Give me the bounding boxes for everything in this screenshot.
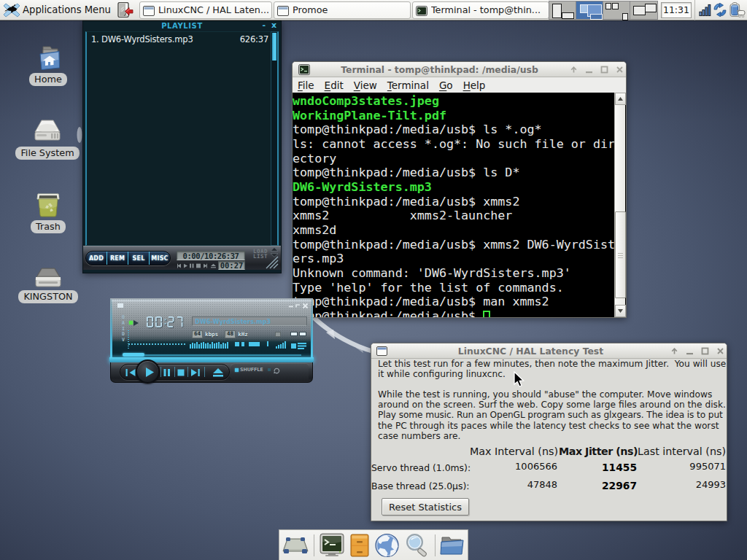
- player-shuffle-label[interactable]: SHUFFLE: [240, 367, 263, 373]
- workspace-2-active[interactable]: [576, 1, 603, 19]
- latency-shade-button[interactable]: [670, 347, 678, 355]
- latency-close-button[interactable]: [716, 347, 724, 355]
- terminal-line: tomp@thinkpad:/media/usb$ ls *.og*: [293, 122, 618, 137]
- playlist-list[interactable]: 1. DW6-WyrdSisters.mp3626:37: [85, 31, 271, 246]
- terminal-minimize-button[interactable]: [585, 66, 593, 74]
- player-clutterbar[interactable]: OAIDV: [122, 315, 125, 343]
- show-desktop-icon: [282, 537, 309, 554]
- playlist-button-misc[interactable]: MISC: [150, 252, 170, 265]
- latency-row-label: Base thread (25.0µs):: [371, 481, 469, 491]
- terminal-window-icon: [298, 64, 310, 75]
- playlist-resize-grip[interactable]: [265, 256, 279, 269]
- desktop-icon-trash[interactable]: Trash: [15, 190, 81, 233]
- playlist-button-sel[interactable]: SEL: [128, 252, 150, 265]
- playlist-window-buttons[interactable]: - x: [263, 21, 279, 30]
- player-play-button[interactable]: [136, 359, 160, 384]
- dock-web-browser-button[interactable]: [372, 530, 402, 560]
- workspace-3[interactable]: [603, 1, 630, 19]
- dock-search-button[interactable]: [402, 530, 433, 560]
- playlist-button-add[interactable]: ADD: [86, 252, 107, 265]
- playlist-button-rem[interactable]: REM: [107, 252, 128, 265]
- latency-titlebar[interactable]: LinuxCNC / HAL Latency Test: [371, 343, 727, 359]
- terminal-menubar: FileEditViewTerminalGoHelp: [293, 77, 626, 93]
- player-stop-button[interactable]: [176, 368, 186, 377]
- desktop-icon-filesystem[interactable]: File System: [15, 119, 80, 160]
- terminal-shade-button[interactable]: [570, 66, 578, 74]
- playlist-transport-icons[interactable]: [177, 262, 217, 270]
- player-pause-button[interactable]: [162, 368, 172, 377]
- workspace-window-thumb: [612, 3, 619, 9]
- dock-panel: [279, 529, 468, 560]
- sync-arrows-icon[interactable]: [713, 3, 727, 17]
- terminal-menu-help[interactable]: Help: [458, 79, 491, 91]
- terminal-line: ls: cannot access *.og*: No such file or…: [293, 137, 618, 152]
- player-progress-fill[interactable]: [123, 353, 144, 357]
- terminal-window: Terminal - tomp@thinkpad: /media/usb Fil…: [292, 61, 627, 318]
- latency-para2-line: case numbers are.: [378, 431, 460, 441]
- workspace-1[interactable]: [549, 1, 576, 19]
- desktop-icon-kingston[interactable]: KINGSTON: [15, 267, 81, 303]
- applications-menu-button[interactable]: Applications Menu: [0, 0, 115, 20]
- reset-statistics-button[interactable]: Reset Statistics: [382, 498, 469, 516]
- terminal-menu-edit[interactable]: Edit: [320, 79, 349, 91]
- dock-separator: [314, 534, 314, 556]
- battery-plug-icon[interactable]: [729, 2, 746, 18]
- taskbar-button-1[interactable]: LinuxCNC / HAL Laten...: [139, 1, 272, 19]
- taskbar-button-3[interactable]: Terminal - tomp@thin...: [412, 1, 549, 19]
- latency-maximize-button[interactable]: [701, 347, 709, 355]
- player-shuffle-led: [235, 368, 239, 372]
- dock-terminal-button[interactable]: [317, 530, 347, 560]
- clock-widget[interactable]: 11:31: [661, 2, 692, 18]
- mouse-cursor: [513, 371, 527, 389]
- player-mono-indicator: [275, 332, 281, 337]
- terminal-scrollbar-thumb[interactable]: [615, 211, 626, 298]
- player-window-buttons[interactable]: [289, 303, 309, 309]
- terminal-maximize-button[interactable]: [600, 66, 608, 74]
- terminal-menu-file[interactable]: File: [293, 79, 320, 91]
- player-volume-slider[interactable]: [128, 330, 129, 350]
- dock-file-manager-button[interactable]: [347, 530, 372, 560]
- logout-button[interactable]: [115, 2, 135, 18]
- player-visualization[interactable]: [190, 342, 229, 349]
- player-menu-button[interactable]: [117, 303, 123, 308]
- terminal-scrollbar[interactable]: [614, 93, 625, 317]
- terminal-scroll-up-button[interactable]: [615, 93, 626, 105]
- terminal-menu-go[interactable]: Go: [434, 79, 458, 91]
- latency-minimize-button[interactable]: [686, 347, 694, 355]
- playlist-scrollbar-thumb[interactable]: [272, 33, 276, 61]
- desktop-icon-home[interactable]: Home: [15, 44, 81, 86]
- workspace-window-thumb: [605, 3, 611, 9]
- player-balance-slider[interactable]: [128, 343, 185, 345]
- terminal-line: tomp@thinkpad:/media/usb$ ls D*: [293, 166, 618, 180]
- terminal-line: xmms2d: [293, 223, 618, 238]
- terminal-line: tomp@thinkpad:/media/usb$ man xmms2: [293, 295, 618, 309]
- workspace-pager[interactable]: [549, 1, 658, 20]
- player-progress-track[interactable]: [144, 354, 301, 356]
- latency-para1-line: it while configuring linuxcnc.: [378, 369, 506, 379]
- player-repeat-icon[interactable]: [273, 366, 280, 374]
- terminal-line: Unknown command: 'DW6-WyrdSisters.mp3': [293, 266, 618, 281]
- playlist-titlebar[interactable]: PLAYLIST - x: [83, 21, 281, 31]
- network-signal-icon[interactable]: [699, 4, 711, 17]
- terminal-line: xmms2 xmms2-launcher: [293, 209, 618, 223]
- player-next-button[interactable]: [190, 368, 204, 377]
- terminal-close-button[interactable]: [616, 66, 624, 74]
- workspace-4[interactable]: [630, 1, 657, 19]
- terminal-menu-terminal[interactable]: Terminal: [382, 79, 434, 91]
- taskbar-button-2[interactable]: Promoe: [274, 1, 411, 19]
- player-playlist-icon[interactable]: [291, 342, 307, 349]
- playlist-scrollbar[interactable]: [271, 31, 279, 246]
- terminal-text: wndoComp3states.jpegWorkingPlane-Tilt.pd…: [293, 93, 618, 317]
- terminal-scroll-down-button[interactable]: [615, 305, 626, 317]
- player-track-title-bar: DW6-WyrdSisters.mp3: [192, 316, 307, 326]
- workspace-window-thumb: [552, 4, 562, 18]
- dock-show-desktop-button[interactable]: [279, 530, 311, 560]
- terminal-menu-view[interactable]: View: [349, 79, 382, 91]
- playlist-item[interactable]: 1. DW6-WyrdSisters.mp3626:37: [87, 32, 271, 44]
- player-eject-button[interactable]: [212, 368, 225, 378]
- applications-menu-label: Applications Menu: [23, 4, 111, 15]
- player-samplerate-unit: kHz: [238, 331, 248, 338]
- terminal-titlebar[interactable]: Terminal - tomp@thinkpad: /media/usb: [293, 62, 626, 77]
- terminal-screen[interactable]: wndoComp3states.jpegWorkingPlane-Tilt.pd…: [293, 93, 626, 317]
- dock-folder-button[interactable]: [438, 530, 467, 560]
